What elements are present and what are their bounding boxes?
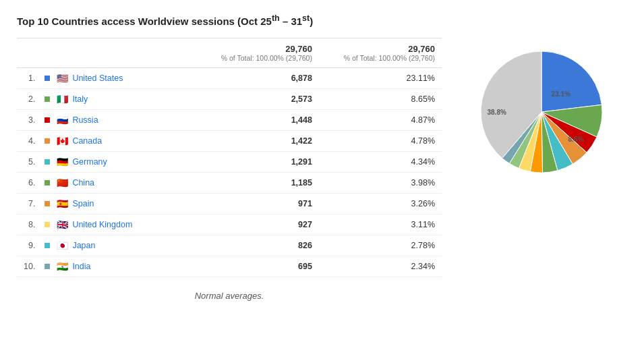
country-cell: 🇺🇸 United States [38,68,196,89]
flag-icon: 🇺🇸 [57,73,68,84]
country-link[interactable]: Japan [72,241,95,250]
pie-label-86: 8.6% [568,136,584,143]
country-cell: 🇬🇧 United Kingdom [38,214,196,235]
table-row: 7. 🇪🇸 Spain 971 3.26% [17,194,442,214]
pie-label-23: 23.1% [552,90,570,98]
table-row: 5. 🇩🇪 Germany 1,291 4.34% [17,152,442,173]
pct-cell: 4.78% [319,131,442,152]
flag-icon: 🇮🇹 [57,94,68,105]
rank-cell: 6. [17,173,38,194]
pie-segment [541,51,602,112]
country-cell: 🇨🇳 China [38,173,196,194]
pct-cell: 3.98% [319,173,442,194]
country-link[interactable]: United Kingdom [72,220,132,229]
table-row: 6. 🇨🇳 China 1,185 3.98% [17,173,442,194]
country-cell: 🇮🇹 Italy [38,89,196,110]
country-cell: 🇨🇦 Canada [38,131,196,152]
col-pct-header: 29,760 % of Total: 100.00% (29,760) [319,38,442,68]
flag-icon: 🇩🇪 [57,156,68,167]
row-indicator [45,76,50,81]
row-indicator [45,201,50,206]
table-row: 4. 🇨🇦 Canada 1,422 4.78% [17,131,442,152]
rank-cell: 8. [17,214,38,235]
value-cell: 826 [196,235,319,256]
col-rank-header [17,38,196,68]
value-cell: 6,878 [196,68,319,89]
country-cell: 🇯🇵 Japan [38,235,196,256]
rank-cell: 3. [17,110,38,131]
country-link[interactable]: Italy [72,94,88,104]
value-cell: 1,448 [196,110,319,131]
rank-cell: 9. [17,235,38,256]
rank-cell: 1. [17,68,38,89]
rank-cell: 5. [17,152,38,173]
row-indicator [45,264,50,269]
table-row: 10. 🇮🇳 India 695 2.34% [17,256,442,277]
value-cell: 1,291 [196,152,319,173]
country-link[interactable]: India [72,262,90,271]
value-cell: 927 [196,214,319,235]
flag-icon: 🇨🇦 [57,136,68,146]
pie-label-388: 38.8% [488,109,506,116]
pct-cell: 23.11% [319,68,442,89]
rank-cell: 2. [17,89,38,110]
country-link[interactable]: Spain [72,199,94,208]
pct-cell: 2.34% [319,256,442,277]
pct-cell: 2.78% [319,235,442,256]
flag-icon: 🇯🇵 [57,240,68,251]
pct-cell: 8.65% [319,89,442,110]
data-table: 29,760 % of Total: 100.00% (29,760) 29,7… [17,38,442,277]
country-cell: 🇩🇪 Germany [38,152,196,173]
flag-icon: 🇬🇧 [57,219,68,230]
flag-icon: 🇮🇳 [57,261,68,272]
country-cell: 🇪🇸 Spain [38,194,196,214]
table-row: 2. 🇮🇹 Italy 2,573 8.65% [17,89,442,110]
country-link[interactable]: Russia [72,115,98,125]
normal-averages: Normal averages. [17,291,442,301]
pct-cell: 4.34% [319,152,442,173]
row-indicator [45,138,50,144]
flag-icon: 🇪🇸 [57,198,68,209]
page-title: Top 10 Countries access Worldview sessio… [17,13,627,27]
pct-cell: 4.87% [319,110,442,131]
row-indicator [45,117,50,123]
country-cell: 🇮🇳 India [38,256,196,277]
row-indicator [45,96,50,102]
table-row: 1. 🇺🇸 United States 6,878 23.11% [17,68,442,89]
table-section: 29,760 % of Total: 100.00% (29,760) 29,7… [17,38,442,301]
rank-cell: 7. [17,194,38,214]
row-indicator [45,159,50,165]
country-link[interactable]: Germany [72,157,107,167]
country-cell: 🇷🇺 Russia [38,110,196,131]
chart-section: 23.1% 38.8% 8.6% [455,38,627,179]
col-value-header: 29,760 % of Total: 100.00% (29,760) [196,38,319,68]
flag-icon: 🇨🇳 [57,177,68,188]
country-link[interactable]: China [72,178,94,188]
value-cell: 695 [196,256,319,277]
country-link[interactable]: Canada [72,136,102,146]
table-row: 9. 🇯🇵 Japan 826 2.78% [17,235,442,256]
main-container: 29,760 % of Total: 100.00% (29,760) 29,7… [17,38,627,301]
row-indicator [45,243,50,248]
value-cell: 971 [196,194,319,214]
pct-cell: 3.26% [319,194,442,214]
value-cell: 1,185 [196,173,319,194]
flag-icon: 🇷🇺 [57,115,68,125]
rank-cell: 4. [17,131,38,152]
country-link[interactable]: United States [72,74,123,83]
table-row: 3. 🇷🇺 Russia 1,448 4.87% [17,110,442,131]
row-indicator [45,180,50,185]
pie-chart: 23.1% 38.8% 8.6% [474,45,609,179]
value-cell: 2,573 [196,89,319,110]
value-cell: 1,422 [196,131,319,152]
rank-cell: 10. [17,256,38,277]
table-row: 8. 🇬🇧 United Kingdom 927 3.11% [17,214,442,235]
pct-cell: 3.11% [319,214,442,235]
row-indicator [45,222,50,227]
